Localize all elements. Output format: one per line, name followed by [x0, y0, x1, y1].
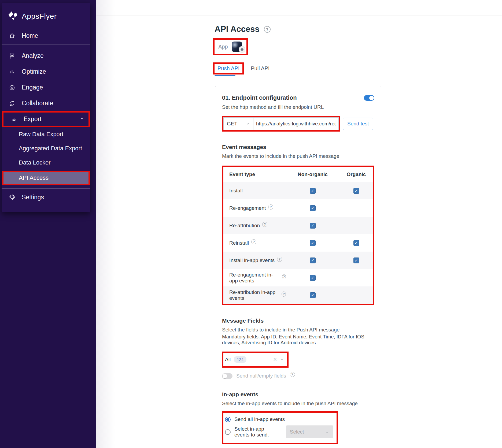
- export-icon: [10, 116, 17, 122]
- column-header-non-organic: Non-organic: [286, 171, 339, 177]
- http-method-select[interactable]: GET: [223, 117, 253, 130]
- help-icon[interactable]: ?: [282, 292, 286, 297]
- sidebar-item-label: Export: [24, 115, 41, 123]
- app-icon[interactable]: [232, 42, 242, 52]
- fields-selected-value: All: [225, 357, 231, 363]
- appsflyer-logo-icon: [8, 11, 18, 22]
- app-selector-label: App: [218, 44, 228, 50]
- sidebar-item-settings[interactable]: Settings: [2, 189, 90, 206]
- page-title: API Access: [215, 24, 260, 34]
- sidebar-item-raw-data-export[interactable]: Raw Data Export: [2, 127, 90, 141]
- option-send-all-in-app-events: Send all in-app events: [225, 416, 333, 422]
- checkbox-non-organic[interactable]: ✓: [310, 257, 316, 263]
- table-row-re-engagement-in-app-events: Re-engagement in-app events? ✓ ✓: [223, 269, 373, 286]
- push-api-card: 01. Endpoint configuration Set the http …: [215, 86, 381, 448]
- sidebar-item-home[interactable]: Home: [2, 27, 90, 44]
- chevron-down-icon[interactable]: [280, 357, 285, 362]
- sidebar-item-label: Analyze: [22, 52, 44, 59]
- checkbox-non-organic[interactable]: ✓: [310, 275, 316, 281]
- fields-multiselect[interactable]: All 124 ×: [223, 353, 287, 366]
- top-bar: [96, 0, 502, 15]
- app-selector[interactable]: App: [215, 40, 246, 54]
- event-type-label: Re-attribution in-app events: [229, 289, 279, 301]
- sidebar-item-label: Settings: [22, 194, 44, 201]
- gear-icon: [9, 194, 15, 200]
- sidebar-item-label: Aggregated Data Export: [19, 145, 82, 152]
- endpoint-url-input[interactable]: [253, 117, 339, 130]
- annotation-box-push-api-tab: Push API: [213, 62, 244, 74]
- help-icon[interactable]: ?: [282, 274, 286, 279]
- help-icon[interactable]: ?: [277, 257, 282, 262]
- radio-unselected[interactable]: [225, 429, 231, 435]
- sidebar-item-label: Raw Data Export: [19, 131, 63, 138]
- sidebar-item-label: API Access: [19, 174, 49, 181]
- sidebar: AppsFlyer Home Analyze: [0, 0, 96, 448]
- annotation-box-export: Export: [2, 111, 90, 127]
- tab-push-api[interactable]: Push API: [217, 65, 239, 71]
- clear-icon[interactable]: ×: [273, 357, 277, 363]
- help-icon[interactable]: ?: [290, 372, 295, 377]
- checkbox-organic[interactable]: ✓: [353, 257, 359, 263]
- column-header-event-type: Event type: [229, 171, 286, 177]
- tab-pull-api[interactable]: Pull API: [251, 65, 270, 72]
- in-app-events-title: In-app events: [222, 391, 374, 398]
- sidebar-item-analyze[interactable]: Analyze: [2, 48, 90, 64]
- sidebar-item-optimize[interactable]: Optimize: [2, 64, 90, 80]
- send-null-fields-toggle[interactable]: [222, 373, 232, 379]
- checkbox-organic[interactable]: ✓: [353, 240, 359, 246]
- sidebar-item-data-locker[interactable]: Data Locker: [2, 155, 90, 170]
- help-icon[interactable]: ?: [262, 222, 267, 227]
- annotation-box-app-selector: App: [213, 38, 248, 55]
- event-type-label: Re-engagement: [229, 205, 266, 211]
- checkbox-non-organic[interactable]: ✓: [310, 205, 316, 211]
- engage-icon: [9, 84, 15, 91]
- checkbox-non-organic[interactable]: ✓: [310, 188, 316, 194]
- checkbox-non-organic[interactable]: ✓: [310, 223, 316, 229]
- in-app-events-select-disabled[interactable]: Select: [286, 425, 333, 438]
- sidebar-item-api-access-active[interactable]: API Access: [3, 172, 88, 184]
- radio-label: Send all in-app events: [234, 416, 285, 422]
- fields-count-badge: 124: [234, 356, 246, 363]
- sidebar-item-collaborate[interactable]: Collaborate: [2, 95, 90, 111]
- sidebar-item-aggregated-data-export[interactable]: Aggregated Data Export: [2, 141, 90, 155]
- sidebar-item-export[interactable]: Export: [3, 113, 88, 126]
- sidebar-item-label: Home: [22, 32, 38, 39]
- active-tab-underline: [215, 75, 235, 76]
- annotation-box-in-app-options: Send all in-app events Select in-app eve…: [222, 411, 338, 444]
- checkbox-non-organic[interactable]: ✓: [310, 292, 316, 298]
- table-row-install-in-app-events: Install in-app events? ✓ ✓: [223, 252, 373, 269]
- appsflyer-logo[interactable]: AppsFlyer: [2, 4, 90, 23]
- select-placeholder: Select: [290, 429, 304, 435]
- chevron-down-icon: [246, 122, 250, 126]
- sidebar-item-engage[interactable]: Engage: [2, 80, 90, 95]
- optimize-icon: [9, 69, 15, 75]
- column-header-organic: Organic: [339, 171, 373, 177]
- android-icon: [239, 46, 245, 53]
- message-fields-subtitle: Select the fields to include in the Push…: [222, 327, 374, 333]
- checkbox-non-organic[interactable]: ✓: [310, 240, 316, 246]
- main-area: API Access ? App: [96, 0, 502, 448]
- send-test-button[interactable]: Send test: [343, 118, 373, 130]
- help-icon[interactable]: ?: [251, 239, 256, 244]
- analyze-icon: [9, 53, 15, 59]
- message-fields-mandatory-note: Mandatory fields: App ID, Event Name, Ev…: [222, 334, 374, 346]
- help-icon[interactable]: ?: [264, 26, 271, 33]
- endpoint-enabled-toggle[interactable]: [364, 95, 374, 101]
- endpoint-section-title: 01. Endpoint configuration: [222, 94, 297, 101]
- table-row-re-attribution-in-app-events: Re-attribution in-app events? ✓ ✓: [223, 286, 373, 304]
- table-row-install: Install? ✓ ✓: [223, 182, 373, 199]
- radio-selected[interactable]: [225, 417, 231, 422]
- event-messages-title: Event messages: [222, 144, 374, 150]
- option-select-in-app-events: Select in-app events to send: Select: [225, 425, 333, 438]
- help-icon[interactable]: ?: [268, 204, 273, 210]
- event-type-label: Install: [229, 188, 243, 194]
- annotation-box-endpoint-url: GET: [222, 116, 340, 132]
- chevron-down-icon: [325, 430, 329, 434]
- event-type-label: Install in-app events: [229, 257, 275, 263]
- sidebar-panel: AppsFlyer Home Analyze: [2, 3, 90, 212]
- checkbox-organic[interactable]: ✓: [353, 188, 359, 194]
- chevron-up-icon: [79, 115, 85, 123]
- sidebar-item-label: Collaborate: [22, 100, 53, 107]
- table-row-re-attribution: Re-attribution? ✓ ✓: [223, 217, 373, 234]
- sidebar-item-label: Engage: [22, 84, 43, 91]
